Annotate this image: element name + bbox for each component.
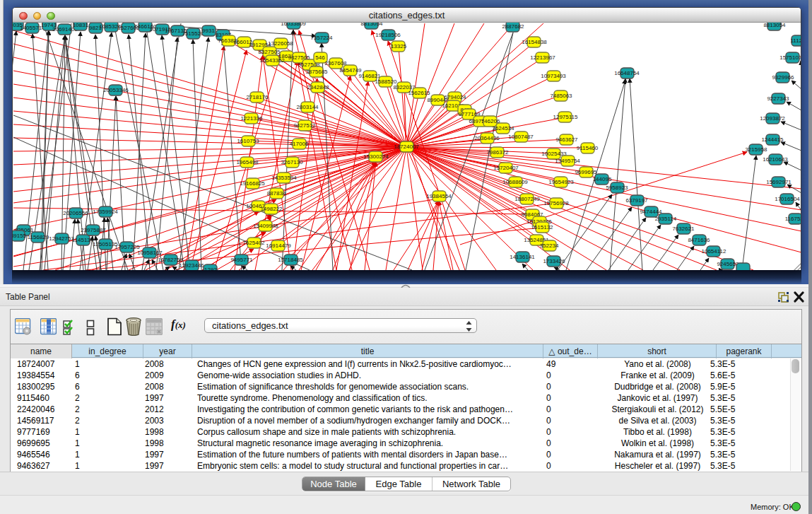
svg-text:12923446: 12923446 (179, 262, 204, 269)
svg-text:7632621: 7632621 (672, 226, 695, 232)
svg-text:9463627: 9463627 (555, 136, 578, 143)
svg-text:1156829: 1156829 (28, 234, 49, 240)
svg-text:1610753: 1610753 (237, 138, 259, 144)
svg-text:13325: 13325 (391, 43, 407, 49)
svg-text:10654112: 10654112 (702, 248, 727, 255)
svg-text:10831: 10831 (73, 23, 89, 28)
svg-text:18724007: 18724007 (394, 144, 419, 150)
svg-text:12975115: 12975115 (553, 114, 579, 120)
svg-text:7485063: 7485063 (550, 93, 572, 99)
svg-text:19166825: 19166825 (240, 180, 265, 187)
svg-text:17957225: 17957225 (114, 244, 140, 250)
svg-text:39155: 39155 (13, 233, 27, 239)
svg-text:14136141: 14136141 (510, 254, 535, 260)
svg-text:3875685: 3875685 (305, 69, 328, 75)
svg-text:16154838: 16154838 (522, 39, 547, 45)
svg-text:3624534: 3624534 (492, 125, 514, 132)
svg-text:15718485: 15718485 (278, 257, 303, 263)
svg-text:8471636: 8471636 (688, 237, 710, 243)
svg-text:15751074: 15751074 (779, 54, 801, 61)
svg-text:3267130: 3267130 (281, 159, 303, 165)
svg-text:1221336: 1221336 (240, 115, 263, 122)
svg-text:7515526: 7515526 (182, 30, 204, 37)
svg-text:16914479: 16914479 (266, 243, 291, 249)
svg-text:17016504: 17016504 (775, 196, 800, 202)
svg-text:887834: 887834 (267, 190, 286, 197)
svg-text:12213967: 12213967 (530, 54, 555, 61)
svg-text:9115460: 9115460 (577, 145, 599, 151)
svg-text:19384554: 19384554 (426, 193, 452, 199)
svg-text:13226058: 13226058 (268, 40, 293, 47)
svg-text:19218506: 19218506 (375, 32, 401, 38)
svg-text:16210643: 16210643 (763, 156, 788, 163)
svg-text:546: 546 (315, 54, 325, 61)
svg-text:6379197: 6379197 (625, 197, 648, 204)
svg-text:11123: 11123 (790, 37, 801, 44)
svg-text:3215958: 3215958 (745, 146, 767, 153)
svg-text:1965498: 1965498 (236, 159, 259, 165)
svg-text:1562615: 1562615 (408, 90, 430, 96)
svg-text:14353594: 14353594 (271, 175, 297, 181)
svg-text:2367608: 2367608 (324, 60, 347, 66)
svg-text:417006: 417006 (290, 141, 309, 147)
svg-text:20206556: 20206556 (63, 210, 88, 216)
svg-text:23975887: 23975887 (81, 227, 106, 233)
svg-text:16033809: 16033809 (281, 23, 306, 27)
svg-text:19654923: 19654923 (548, 179, 574, 185)
svg-text:20364436: 20364436 (474, 135, 500, 141)
svg-text:2718176: 2718176 (246, 94, 269, 100)
svg-text:10807487: 10807487 (508, 134, 534, 140)
svg-text:9329966: 9329966 (772, 74, 794, 81)
svg-text:1498222: 1498222 (260, 206, 283, 212)
svg-text:7986372: 7986372 (486, 149, 509, 156)
svg-text:1244415: 1244415 (761, 136, 784, 143)
svg-text:15300274: 15300274 (363, 153, 389, 160)
svg-text:15756928: 15756928 (543, 200, 569, 206)
svg-text:15720407: 15720407 (493, 165, 519, 171)
svg-text:9495771: 9495771 (230, 257, 253, 263)
svg-text:6794024: 6794024 (444, 94, 466, 100)
svg-text:13495754: 13495754 (555, 158, 580, 164)
svg-text:5958923: 5958923 (606, 185, 628, 191)
svg-text:16648754: 16648754 (614, 70, 640, 76)
svg-text:1145134: 1145134 (72, 237, 94, 243)
svg-text:2803144: 2803144 (296, 104, 319, 110)
svg-text:7357224: 7357224 (310, 35, 333, 41)
svg-text:2935114: 2935114 (655, 216, 677, 222)
svg-text:9427512: 9427512 (293, 122, 316, 129)
svg-text:12093872: 12093872 (760, 115, 785, 122)
svg-text:16543362: 16543362 (259, 57, 285, 64)
svg-text:10688609: 10688609 (502, 179, 528, 185)
svg-text:352234: 352234 (540, 243, 559, 249)
svg-text:10973493: 10973493 (541, 73, 566, 79)
svg-text:1167533: 1167533 (785, 216, 801, 222)
svg-text:12942757: 12942757 (49, 235, 74, 242)
svg-text:9474444: 9474444 (640, 209, 662, 215)
svg-text:9699695: 9699695 (575, 169, 597, 175)
svg-text:2887682: 2887682 (502, 23, 524, 30)
svg-text:9931: 9931 (202, 28, 215, 34)
svg-text:17359924: 17359924 (93, 209, 118, 215)
svg-text:20053346: 20053346 (103, 87, 129, 93)
svg-text:144095: 144095 (593, 176, 612, 182)
svg-text:9227343: 9227343 (767, 95, 789, 102)
svg-text:2342848: 2342848 (307, 84, 329, 90)
svg-text:8813054: 8813054 (360, 23, 383, 27)
svg-text:8813054: 8813054 (763, 23, 786, 28)
svg-text:15692971: 15692971 (766, 179, 792, 185)
svg-text:18807249: 18807249 (514, 196, 540, 202)
svg-text:15409948: 15409948 (253, 223, 278, 229)
svg-text:1615132: 1615132 (531, 224, 553, 230)
svg-text:1292: 1292 (204, 267, 217, 270)
svg-text:7625402: 7625402 (242, 240, 265, 246)
svg-text:10958167: 10958167 (137, 250, 163, 256)
svg-text:1733426: 1733426 (543, 258, 565, 264)
